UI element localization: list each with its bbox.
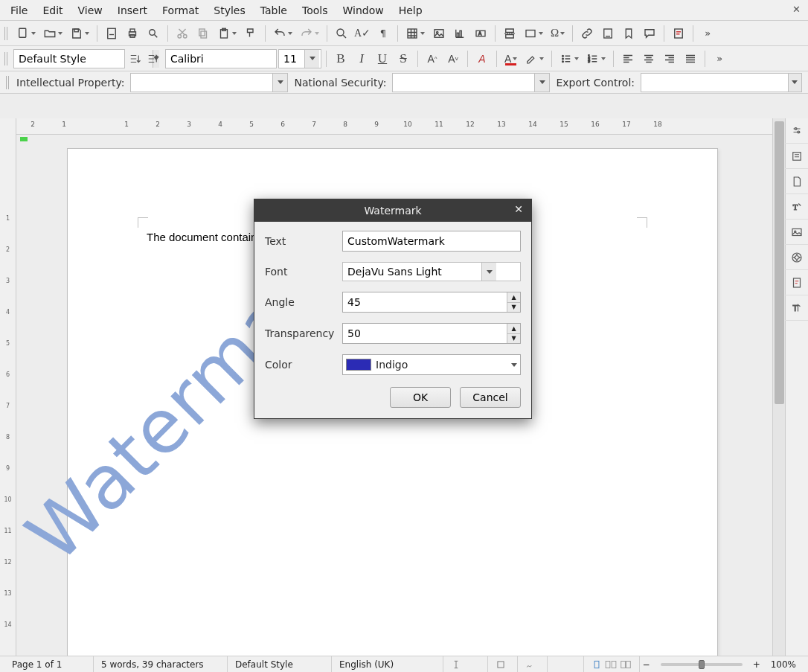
- redo-button[interactable]: [297, 24, 322, 43]
- strikethrough-button[interactable]: S: [394, 49, 413, 68]
- subscript-button[interactable]: Av: [443, 49, 463, 68]
- watermark-text-input[interactable]: [342, 231, 521, 252]
- insert-hyperlink-button[interactable]: [577, 24, 597, 43]
- dropdown-arrow-icon[interactable]: [788, 74, 801, 92]
- watermark-font-input[interactable]: [343, 263, 481, 281]
- dropdown-arrow-icon[interactable]: [304, 50, 319, 68]
- ec-select[interactable]: [641, 73, 802, 92]
- font-color-button[interactable]: A: [501, 49, 520, 68]
- insert-footnote-button[interactable]: [598, 24, 618, 43]
- superscript-button[interactable]: A^: [423, 49, 442, 68]
- open-document-button[interactable]: [40, 24, 65, 43]
- clone-formatting-button[interactable]: [241, 24, 260, 43]
- zoom-out-button[interactable]: −: [640, 659, 653, 670]
- spin-up-icon[interactable]: ▲: [507, 292, 520, 303]
- menu-edit[interactable]: Edit: [35, 1, 70, 19]
- clear-formatting-button[interactable]: A: [472, 49, 492, 68]
- print-button[interactable]: [123, 24, 142, 43]
- paste-button[interactable]: [214, 24, 240, 43]
- status-zoom-value[interactable]: 100%: [763, 656, 804, 672]
- scrollbar-thumb[interactable]: [775, 121, 784, 404]
- sidebar-gallery-icon[interactable]: [785, 220, 808, 245]
- print-preview-button[interactable]: [144, 24, 163, 43]
- menu-table[interactable]: Table: [253, 1, 295, 19]
- insert-field-button[interactable]: [521, 24, 546, 43]
- insert-textbox-button[interactable]: A: [471, 24, 490, 43]
- toolbar-overflow-button[interactable]: »: [698, 24, 717, 43]
- status-view-buttons[interactable]: [583, 656, 640, 672]
- status-language[interactable]: English (UK): [332, 656, 443, 672]
- bold-button[interactable]: B: [331, 49, 350, 68]
- ok-button[interactable]: OK: [390, 387, 451, 408]
- track-changes-button[interactable]: [669, 24, 688, 43]
- insert-table-button[interactable]: [403, 24, 428, 43]
- horizontal-ruler[interactable]: 21123456789101112131415161718: [16, 118, 772, 135]
- sidebar-page-icon[interactable]: [785, 169, 808, 194]
- sidebar-settings-icon[interactable]: [785, 118, 808, 144]
- export-pdf-button[interactable]: [102, 24, 121, 43]
- sidebar-design-icon[interactable]: T: [785, 295, 808, 321]
- watermark-angle-spinner[interactable]: ▲▼: [342, 292, 521, 313]
- new-document-button[interactable]: [13, 24, 39, 43]
- cut-button[interactable]: [173, 24, 192, 43]
- ip-select[interactable]: [130, 73, 288, 92]
- watermark-font-select[interactable]: [342, 262, 521, 281]
- menu-styles[interactable]: Styles: [206, 1, 252, 19]
- zoom-slider-knob[interactable]: [699, 660, 705, 669]
- menu-file[interactable]: File: [3, 1, 35, 19]
- highlight-color-button[interactable]: [522, 49, 547, 68]
- watermark-transparency-spinner[interactable]: ▲▼: [342, 323, 521, 344]
- sidebar-styles-icon[interactable]: T: [785, 194, 808, 220]
- ns-select[interactable]: [392, 73, 550, 92]
- update-style-button[interactable]: [126, 51, 143, 67]
- insert-bookmark-button[interactable]: [619, 24, 638, 43]
- status-insert-mode[interactable]: [443, 656, 488, 672]
- multi-page-view-icon[interactable]: [605, 659, 617, 670]
- window-close-icon[interactable]: ✕: [792, 4, 801, 15]
- status-selection-mode[interactable]: [488, 656, 518, 672]
- toolbar-grip[interactable]: [4, 27, 9, 40]
- status-word-count[interactable]: 5 words, 39 characters: [94, 656, 228, 672]
- watermark-transparency-input[interactable]: [343, 324, 507, 343]
- bullet-list-button[interactable]: [557, 49, 582, 68]
- insert-image-button[interactable]: [429, 24, 449, 43]
- spin-down-icon[interactable]: ▼: [507, 334, 520, 344]
- font-size-input[interactable]: [279, 50, 304, 68]
- toolbar-grip[interactable]: [6, 76, 10, 89]
- toolbar-overflow-button[interactable]: »: [710, 49, 729, 68]
- new-style-button[interactable]: [144, 51, 161, 67]
- book-view-icon[interactable]: [620, 659, 632, 670]
- spin-up-icon[interactable]: ▲: [507, 324, 520, 334]
- spin-down-icon[interactable]: ▼: [507, 303, 520, 313]
- zoom-in-button[interactable]: +: [750, 659, 763, 670]
- align-right-button[interactable]: [660, 49, 679, 68]
- status-style[interactable]: Default Style: [228, 656, 332, 672]
- italic-button[interactable]: I: [352, 49, 371, 68]
- insert-page-break-button[interactable]: [500, 24, 519, 43]
- save-button[interactable]: [67, 24, 92, 43]
- undo-button[interactable]: [270, 24, 295, 43]
- dropdown-arrow-icon[interactable]: [272, 74, 287, 92]
- dialog-titlebar[interactable]: Watermark ✕: [254, 199, 531, 222]
- font-name-select[interactable]: [165, 49, 277, 68]
- spellcheck-button[interactable]: A✓: [353, 24, 372, 43]
- underline-button[interactable]: U: [373, 49, 392, 68]
- menu-help[interactable]: Help: [391, 1, 430, 19]
- vertical-ruler[interactable]: 1234567891011121314: [0, 118, 16, 656]
- sidebar-manage-changes-icon[interactable]: [785, 270, 808, 295]
- find-replace-button[interactable]: [332, 24, 351, 43]
- single-page-view-icon[interactable]: [591, 659, 602, 670]
- document-body-text[interactable]: The document contain: [147, 231, 257, 243]
- status-signature[interactable]: [518, 656, 548, 672]
- dialog-close-button[interactable]: ✕: [512, 203, 525, 217]
- align-center-button[interactable]: [639, 49, 658, 68]
- menu-format[interactable]: Format: [155, 1, 206, 19]
- watermark-angle-input[interactable]: [343, 292, 507, 312]
- dropdown-arrow-icon[interactable]: [534, 74, 549, 92]
- status-page[interactable]: Page 1 of 1: [4, 656, 94, 672]
- menu-view[interactable]: View: [71, 1, 110, 19]
- menu-tools[interactable]: Tools: [295, 1, 336, 19]
- watermark-color-select[interactable]: Indigo: [342, 354, 521, 375]
- paragraph-style-select[interactable]: [13, 49, 125, 68]
- sidebar-navigator-icon[interactable]: [785, 245, 808, 270]
